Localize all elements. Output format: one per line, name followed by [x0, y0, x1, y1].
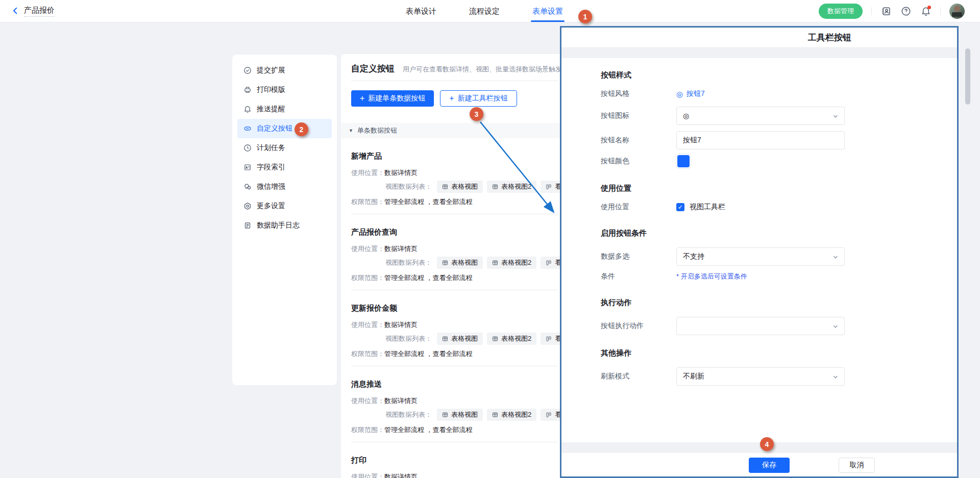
view-tag: 表格视图2	[487, 333, 536, 345]
button-list-item: 打印 使用位置：数据详情页 视图数据列表： 表格视图 表格视图2 看板视图	[351, 456, 558, 478]
chevron-down-icon	[832, 254, 839, 260]
view-tag: 表格视图	[437, 333, 483, 345]
back-button[interactable]: 产品报价	[11, 0, 55, 22]
chevron-down-icon	[832, 113, 839, 119]
table-view-icon	[492, 412, 498, 418]
custom-button-panel: 自定义按钮 用户可在查看数据详情、视图、批量选择数据场景触发业务操作 + 新建单…	[341, 54, 568, 478]
sidebar-item-scheduled-task[interactable]: 计划任务	[237, 138, 332, 158]
table-view-icon	[442, 260, 448, 266]
table-view-icon	[492, 260, 498, 266]
annotation-badge-1: 1	[578, 10, 592, 23]
divider-strip	[561, 442, 957, 453]
help-icon[interactable]	[900, 6, 912, 17]
sidebar-item-data-assistant-log[interactable]: 数据助手日志	[237, 216, 332, 235]
single-data-button-section-header[interactable]: ▼ 单条数据按钮	[341, 123, 568, 138]
back-chevron-icon	[11, 7, 19, 16]
settings-icon	[243, 202, 252, 210]
tab-flow-setting[interactable]: 流程设定	[469, 0, 500, 22]
header-tabs: 表单设计 流程设定 表单设置	[406, 0, 563, 22]
form-title[interactable]: 产品报价	[24, 6, 55, 17]
item-title: 消息推送	[351, 380, 558, 389]
item-title: 产品报价查询	[351, 228, 558, 237]
item-title: 更新报价金额	[351, 304, 558, 313]
view-tag: 表格视图	[437, 181, 483, 193]
section-button-style: 按钮样式	[601, 70, 957, 80]
notification-dot	[927, 6, 931, 9]
divider	[940, 7, 941, 15]
refresh-mode-select[interactable]: 不刷新	[676, 367, 845, 386]
sidebar-item-submit-extension[interactable]: 提交扩展	[237, 61, 332, 80]
clock-icon	[243, 144, 252, 152]
page-title: 自定义按钮	[351, 63, 395, 74]
plus-icon: +	[360, 94, 364, 103]
item-title: 打印	[351, 456, 558, 465]
sidebar-item-push-reminder[interactable]: 推送提醒	[237, 99, 332, 119]
cancel-button[interactable]: 取消	[839, 458, 875, 473]
page-scrollbar-thumb[interactable]	[965, 48, 970, 105]
drawer-header: 工具栏按钮	[561, 28, 957, 48]
caret-down-icon: ▼	[349, 128, 353, 133]
section-other-operation: 其他操作	[601, 348, 957, 358]
view-tag: 表格视图2	[487, 181, 536, 193]
annotation-badge-4: 4	[760, 437, 774, 451]
new-single-data-button[interactable]: + 新建单条数据按钮	[351, 90, 434, 107]
checkbox-label: 视图工具栏	[690, 203, 725, 212]
header-actions: 数据管理	[819, 0, 965, 22]
section-usage-position: 使用位置	[601, 184, 957, 193]
annotation-badge-2: 2	[295, 122, 308, 136]
log-icon	[243, 221, 252, 230]
save-button[interactable]: 保存	[749, 458, 790, 473]
new-toolbar-button[interactable]: + 新建工具栏按钮	[440, 90, 517, 107]
view-tag: 表格视图2	[487, 409, 536, 421]
item-title: 新增产品	[351, 152, 558, 161]
table-view-icon	[492, 336, 498, 342]
contacts-icon[interactable]	[880, 6, 892, 17]
drawer-footer: 保存 取消	[561, 453, 957, 476]
divider	[351, 290, 558, 290]
execute-action-select[interactable]	[676, 317, 845, 335]
divider	[871, 7, 872, 15]
multi-select-dropdown[interactable]: 不支持	[676, 247, 845, 266]
printer-icon	[243, 86, 252, 94]
button-color-swatch[interactable]	[676, 154, 691, 168]
settings-sidebar: 提交扩展 打印模版 推送提醒 自定义按钮 计划任务 字段索引 微信增强 更多设置…	[232, 55, 337, 385]
button-style-value[interactable]: ◎ 按钮7	[676, 89, 845, 98]
chevron-down-icon	[832, 374, 839, 380]
kanban-view-icon	[546, 260, 552, 266]
sidebar-item-print-template[interactable]: 打印模版	[237, 80, 332, 99]
sidebar-item-custom-button[interactable]: 自定义按钮	[237, 119, 332, 138]
table-view-icon	[442, 336, 448, 342]
sidebar-item-more-settings[interactable]: 更多设置	[237, 196, 332, 216]
button-list-item: 新增产品 使用位置：数据详情页 视图数据列表： 表格视图 表格视图2 看板视图 …	[351, 152, 558, 214]
condition-hint: * 开启多选后可设置条件	[676, 272, 845, 281]
notification-bell-icon[interactable]	[920, 6, 932, 17]
chevron-down-icon	[832, 323, 839, 330]
data-manage-button[interactable]: 数据管理	[819, 4, 863, 19]
divider	[351, 81, 558, 81]
view-toolbar-checkbox[interactable]: ✓	[676, 203, 684, 211]
page-description: 用户可在查看数据详情、视图、批量选择数据场景触发业务操作	[403, 65, 568, 74]
plus-icon: +	[449, 94, 454, 103]
tab-form-design[interactable]: 表单设计	[406, 0, 436, 22]
button-name-input[interactable]	[676, 131, 845, 149]
button-list-item: 产品报价查询 使用位置：数据详情页 视图数据列表： 表格视图 表格视图2 看板视…	[351, 228, 558, 290]
tab-form-settings[interactable]: 表单设置	[532, 0, 563, 22]
sidebar-item-wechat-enhance[interactable]: 微信增强	[237, 177, 332, 196]
table-view-icon	[442, 412, 448, 418]
kanban-view-icon	[546, 336, 552, 342]
kanban-view-icon	[546, 184, 552, 190]
divider	[351, 442, 558, 442]
drawer-body: 按钮样式 按钮风格 ◎ 按钮7 按钮图标 ◎ 按钮名称 按钮颜色 使用位置 使用…	[561, 58, 957, 442]
table-view-icon	[442, 184, 448, 190]
table-view-icon	[492, 184, 498, 190]
button-icon-select[interactable]: ◎	[676, 107, 845, 125]
sidebar-item-field-index[interactable]: 字段索引	[237, 158, 332, 177]
section-enable-condition: 启用按钮条件	[601, 229, 957, 238]
user-avatar[interactable]	[949, 4, 965, 19]
divider	[351, 366, 558, 366]
top-header: 产品报价 表单设计 流程设定 表单设置 数据管理	[0, 0, 980, 22]
toolbar-button-drawer: 工具栏按钮 按钮样式 按钮风格 ◎ 按钮7 按钮图标 ◎ 按钮名称 按钮颜色 使…	[560, 26, 959, 478]
annotation-badge-3: 3	[470, 107, 483, 121]
view-tag: 表格视图	[437, 409, 483, 421]
button-list-item: 消息推送 使用位置：数据详情页 视图数据列表： 表格视图 表格视图2 看板视图 …	[351, 380, 558, 442]
